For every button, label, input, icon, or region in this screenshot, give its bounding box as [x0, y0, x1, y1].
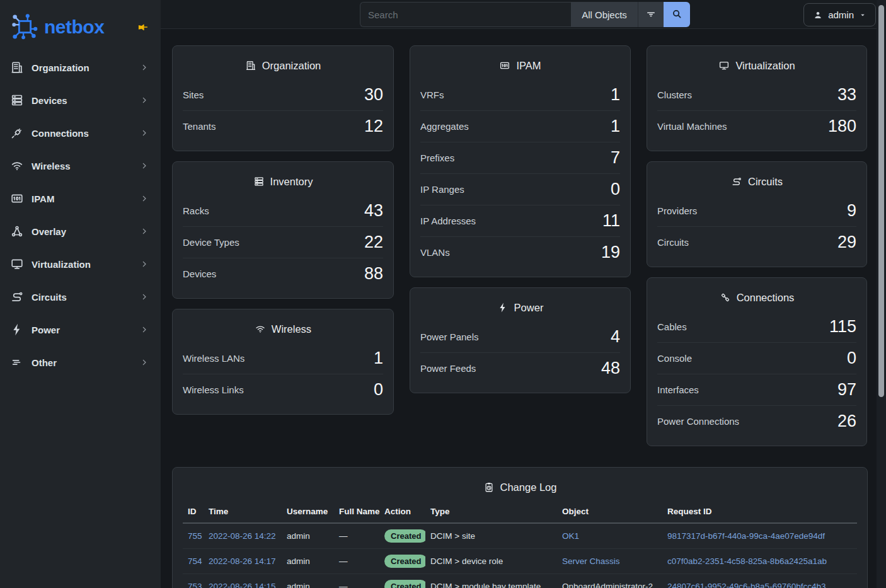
stat-value-link[interactable]: 29: [837, 233, 856, 252]
sidebar-item-virtualization[interactable]: Virtualization: [0, 248, 161, 280]
scrollbar-thumb[interactable]: [878, 5, 884, 397]
changelog-object-link[interactable]: Server Chassis: [562, 556, 620, 566]
dashboard-grid: Organization Sites 30 Tenants 12 Invento…: [172, 45, 886, 446]
stat-value-link[interactable]: 26: [837, 412, 856, 431]
changelog-time-link[interactable]: 2022-08-26 14:22: [209, 531, 276, 541]
sidebar-item-ipam[interactable]: IPAM: [0, 182, 161, 215]
changelog-time-link[interactable]: 2022-08-26 14:17: [209, 556, 276, 566]
stat-value-link[interactable]: 12: [364, 117, 383, 136]
lines-icon: [10, 355, 24, 369]
changelog-requestid-link[interactable]: 9817317d-b67f-440a-99ca-4ae07ede94df: [667, 531, 825, 541]
search-scope-dropdown[interactable]: All Objects: [571, 2, 638, 27]
rack-icon: [253, 176, 265, 187]
stat-label: Providers: [657, 205, 697, 216]
cable-icon: [720, 292, 731, 303]
scrollbar-track[interactable]: [877, 0, 886, 588]
stat-label: Virtual Machines: [657, 121, 727, 132]
stat-row: IP Ranges 0: [420, 173, 620, 205]
stat-value-link[interactable]: 1: [611, 117, 620, 136]
changelog-row: 753 2022-08-26 14:15 admin — Created DCI…: [183, 574, 857, 588]
chevron-right-icon: [139, 161, 149, 171]
changelog-table: IDTimeUsernameFull NameActionTypeObjectR…: [183, 503, 857, 588]
changelog-title: Change Log: [500, 481, 557, 493]
card-title: Circuits: [748, 176, 783, 188]
column-header-action: Action: [379, 503, 425, 523]
card-virtualization: Virtualization Clusters 33 Virtual Machi…: [647, 45, 867, 151]
stat-label: Wireless LANs: [183, 353, 245, 364]
sidebar-item-overlay[interactable]: Overlay: [0, 215, 161, 248]
stat-value-link[interactable]: 115: [829, 317, 856, 337]
user-menu-button[interactable]: admin: [803, 3, 876, 26]
changelog-fullname: —: [334, 549, 379, 574]
action-badge: Created: [384, 529, 425, 543]
stat-value-link[interactable]: 9: [847, 201, 856, 221]
stat-value-link[interactable]: 0: [847, 349, 856, 368]
sidebar-item-organization[interactable]: Organization: [0, 51, 161, 84]
stat-row: Prefixes 7: [420, 142, 620, 173]
netbox-logo-icon[interactable]: [10, 13, 39, 42]
changelog-username: admin: [282, 574, 334, 588]
card-title: Inventory: [270, 176, 313, 188]
card-title: Connections: [737, 292, 795, 304]
stat-value-link[interactable]: 0: [374, 380, 383, 400]
stat-value-link[interactable]: 11: [602, 211, 620, 231]
card-organization: Organization Sites 30 Tenants 12: [172, 45, 394, 151]
stat-value-link[interactable]: 19: [601, 243, 620, 262]
card-title: Organization: [262, 60, 321, 72]
ipam-icon: [499, 60, 510, 71]
chevron-right-icon: [139, 193, 149, 204]
search-submit-button[interactable]: [664, 2, 690, 27]
dashboard-column-3: Virtualization Clusters 33 Virtual Machi…: [647, 45, 867, 446]
stat-label: VRFs: [420, 89, 444, 100]
changelog-id-link[interactable]: 753: [188, 582, 202, 588]
sidebar-item-wireless[interactable]: Wireless: [0, 149, 161, 182]
card-title: Power: [514, 302, 544, 314]
stat-value-link[interactable]: 97: [837, 380, 856, 400]
changelog-object: OK1: [557, 523, 662, 549]
stat-value-link[interactable]: 180: [828, 117, 856, 136]
changelog-requestid-link[interactable]: 24807c61-9952-49c6-b8a5-69760bfcc4b3: [667, 582, 826, 588]
stat-row: Tenants 12: [183, 110, 383, 142]
card-wireless: Wireless Wireless LANs 1 Wireless Links …: [172, 309, 394, 415]
stat-value-link[interactable]: 1: [374, 349, 383, 368]
sidebar: netbox Organization Devices Connections …: [0, 0, 161, 588]
bolt-icon: [10, 323, 24, 337]
stat-label: Console: [657, 353, 692, 364]
changelog-id-link[interactable]: 754: [188, 556, 202, 566]
stat-value-link[interactable]: 33: [837, 85, 856, 105]
search-input[interactable]: [360, 2, 571, 27]
filter-button[interactable]: [638, 2, 664, 27]
action-badge: Created: [384, 555, 425, 568]
stat-label: IP Addresses: [420, 216, 476, 226]
stat-value-link[interactable]: 48: [601, 359, 620, 378]
changelog-object-link[interactable]: OK1: [562, 531, 579, 541]
stat-value-link[interactable]: 4: [611, 327, 620, 347]
sidebar-item-power[interactable]: Power: [0, 313, 161, 346]
netbox-wordmark[interactable]: netbox: [44, 16, 104, 38]
sidebar-item-circuits[interactable]: Circuits: [0, 280, 161, 313]
changelog-type: DCIM > site: [425, 523, 557, 549]
card-title: Virtualization: [735, 60, 795, 72]
sidebar-item-other[interactable]: Other: [0, 346, 161, 379]
pin-icon[interactable]: [137, 21, 149, 33]
changelog-id-link[interactable]: 755: [188, 531, 202, 541]
stat-value-link[interactable]: 88: [364, 264, 383, 284]
stat-row: VRFs 1: [420, 79, 620, 110]
chevron-right-icon: [139, 325, 149, 335]
ipam-icon: [10, 192, 24, 205]
stat-value-link[interactable]: 1: [611, 85, 620, 105]
changelog-requestid-link[interactable]: c07f0ab2-2351-4c58-825a-8b6a2425a1ab: [667, 556, 827, 566]
column-header-type: Type: [425, 503, 557, 523]
building-icon: [10, 61, 24, 74]
changelog-time-link[interactable]: 2022-08-26 14:15: [209, 582, 276, 588]
sidebar-item-devices[interactable]: Devices: [0, 84, 161, 117]
stat-label: Power Feeds: [420, 363, 476, 374]
stat-value-link[interactable]: 43: [364, 201, 383, 221]
sidebar-item-connections[interactable]: Connections: [0, 117, 161, 149]
changelog-card: Change Log IDTimeUsernameFull NameAction…: [172, 467, 868, 588]
stat-value-link[interactable]: 30: [364, 85, 383, 105]
route-icon: [10, 290, 24, 304]
stat-value-link[interactable]: 7: [611, 148, 620, 168]
stat-value-link[interactable]: 0: [611, 180, 620, 199]
stat-value-link[interactable]: 22: [364, 233, 383, 252]
